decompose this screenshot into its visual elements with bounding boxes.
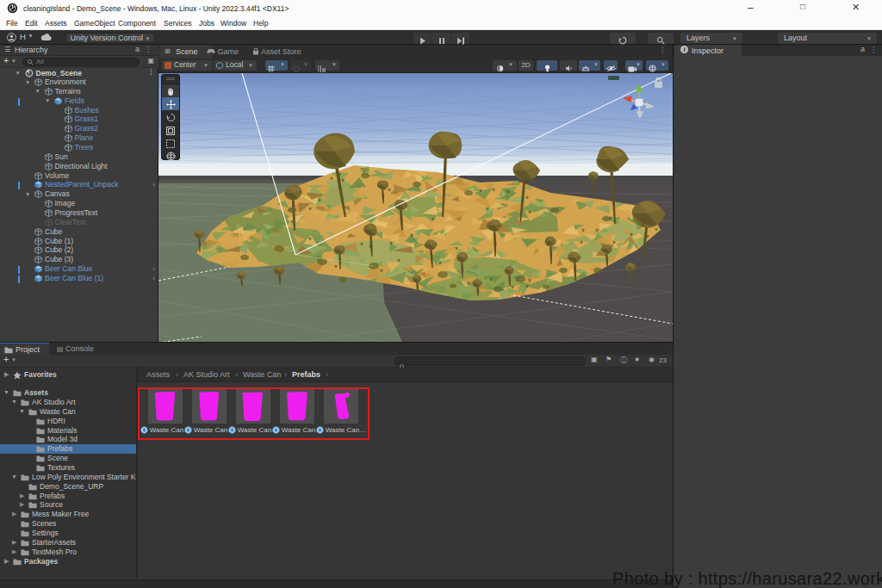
svg-text:× fps: × fps — [629, 129, 640, 134]
